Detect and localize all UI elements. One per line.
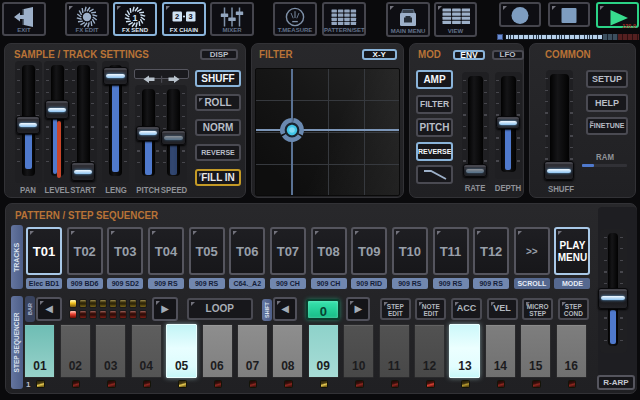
svg-text:120.0: 120.0	[622, 23, 636, 29]
svg-text:2: 2	[175, 12, 179, 21]
svg-text:3: 3	[189, 12, 193, 21]
svg-text:1: 1	[132, 13, 137, 23]
